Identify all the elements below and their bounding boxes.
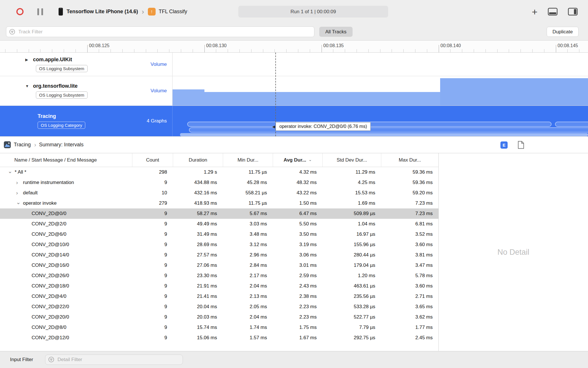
row-name-cell: ›runtime instrumentation — [0, 179, 132, 186]
row-name-cell: CONV_2D@18/0 — [0, 283, 132, 289]
track-filter-field — [6, 26, 314, 37]
table-row[interactable]: ⌄* All *2981.29 s11.75 µs4.32 ms11.29 ms… — [0, 167, 438, 177]
detail-panel: No Detail — [439, 153, 588, 351]
row-duration-cell: 20.03 ms — [173, 314, 223, 320]
table-row[interactable]: CONV_2D@8/0915.74 ms1.74 ms1.75 ms7.79 µ… — [0, 322, 438, 333]
row-duration-cell: 418.93 ms — [173, 200, 223, 206]
table-row[interactable]: ›default10432.16 ms558.21 µs43.22 ms15.5… — [0, 188, 438, 198]
table-row[interactable]: CONV_2D@0/0958.27 ms5.67 ms6.47 ms509.89… — [0, 208, 438, 219]
collapse-icon[interactable]: ⌄ — [16, 200, 23, 206]
table-row[interactable]: CONV_2D@12/0915.06 ms1.57 ms1.67 ms292.7… — [0, 333, 438, 343]
row-name-cell: ›default — [0, 190, 132, 196]
collapse-icon[interactable]: ⌄ — [8, 169, 15, 175]
row-duration-cell: 49.49 ms — [173, 221, 223, 227]
expand-icon[interactable]: › — [16, 190, 23, 196]
target-selector[interactable]: ↑ TFL Classify — [148, 8, 187, 16]
disclosure-expanded-icon[interactable]: ▼ — [25, 84, 33, 88]
tracing-instrument-icon[interactable] — [4, 141, 11, 148]
table-row[interactable]: CONV_2D@22/0920.04 ms2.05 ms2.23 ms533.2… — [0, 302, 438, 312]
table-row[interactable]: CONV_2D@20/0920.03 ms2.04 ms2.23 ms522.7… — [0, 312, 438, 322]
row-std-cell: 179.04 µs — [322, 262, 381, 268]
pause-button[interactable] — [37, 8, 43, 15]
row-std-cell: 11.29 ms — [322, 169, 381, 175]
document-icon[interactable] — [518, 141, 524, 149]
device-selector[interactable]: Tensorflow Lite iPhone (14.6) — [59, 8, 138, 16]
track-graph-uikit[interactable] — [173, 53, 588, 76]
ruler-tick-label: 00:08.135 — [323, 43, 344, 48]
record-button[interactable] — [16, 8, 24, 15]
column-header[interactable]: Name / Start Message / End Message — [0, 153, 132, 167]
expand-icon[interactable]: › — [16, 179, 23, 186]
table-row[interactable]: CONV_2D@16/0927.06 ms2.84 ms3.01 ms179.0… — [0, 260, 438, 271]
detail-filter-field — [45, 354, 183, 365]
duplicate-button[interactable]: Duplicate — [547, 27, 579, 37]
row-min-cell: 45.28 ms — [223, 180, 273, 185]
column-header[interactable]: Count — [132, 153, 173, 167]
add-instrument-button[interactable]: + — [532, 7, 537, 17]
track-meta: Volume — [150, 62, 167, 67]
track-meta: 4 Graphs — [147, 118, 167, 124]
row-min-cell: 5.67 ms — [223, 211, 273, 216]
run-status-text: Run 1 of 1 | 00:00:09 — [291, 9, 336, 15]
table-row[interactable]: ›runtime instrumentation9434.88 ms45.28 … — [0, 177, 438, 188]
track-row-uikit[interactable]: ▶ com.apple.UIKit OS Logging Subsystem V… — [0, 53, 588, 76]
row-std-cell: 533.28 µs — [322, 304, 381, 310]
table-row[interactable]: CONV_2D@18/0921.91 ms2.04 ms2.43 ms463.6… — [0, 281, 438, 291]
row-max-cell: 2.71 ms — [381, 294, 438, 299]
row-avg-cell: 3.19 ms — [273, 242, 322, 248]
row-std-cell: 235.56 µs — [322, 294, 381, 299]
column-header[interactable]: Std Dev Dur... — [322, 153, 381, 167]
ruler-tick-label: 00:08.125 — [89, 43, 109, 48]
row-max-cell: 59.36 ms — [381, 169, 438, 175]
row-count-cell: 9 — [132, 335, 173, 341]
row-avg-cell: 3.01 ms — [273, 262, 322, 268]
row-min-cell: 2.04 ms — [223, 283, 273, 289]
table-row[interactable]: CONV_2D@26/0923.30 ms2.17 ms2.59 ms1.20 … — [0, 271, 438, 281]
row-duration-cell: 432.16 ms — [173, 190, 223, 196]
column-header[interactable]: Min Dur... — [223, 153, 273, 167]
track-row-tracing-selected[interactable]: Tracing OS Logging Category 4 Graphs — [0, 106, 588, 136]
summary-table: Name / Start Message / End MessageCountD… — [0, 153, 439, 351]
column-header[interactable]: Avg Dur...⌄ — [273, 153, 322, 167]
row-max-cell: 3.81 ms — [381, 252, 438, 258]
column-header[interactable]: Duration — [173, 153, 223, 167]
editor-badge-button[interactable]: E — [500, 141, 508, 149]
row-min-cell: 558.21 µs — [223, 190, 273, 196]
breadcrumb-summary[interactable]: Summary: Intervals — [39, 142, 84, 148]
track-graph-volume[interactable] — [173, 76, 588, 106]
row-count-cell: 9 — [132, 180, 173, 185]
column-header[interactable]: Max Dur... — [381, 153, 438, 167]
track-graph-tracing[interactable] — [173, 106, 588, 136]
table-row[interactable]: CONV_2D@10/0928.69 ms3.12 ms3.19 ms155.9… — [0, 239, 438, 250]
row-max-cell: 3.47 ms — [381, 262, 438, 268]
no-detail-text: No Detail — [497, 248, 529, 257]
breadcrumb-tracing[interactable]: Tracing — [14, 142, 31, 148]
row-avg-cell: 5.50 ms — [273, 221, 322, 227]
track-header: Tracing OS Logging Category 4 Graphs — [0, 106, 173, 136]
row-name-cell: CONV_2D@6/0 — [0, 231, 132, 237]
all-tracks-button[interactable]: All Tracks — [319, 27, 353, 37]
table-row[interactable]: CONV_2D@4/0921.41 ms2.13 ms2.38 ms235.56… — [0, 291, 438, 302]
row-duration-cell: 15.06 ms — [173, 335, 223, 341]
row-duration-cell: 27.06 ms — [173, 262, 223, 268]
toggle-right-panel-button[interactable] — [568, 8, 578, 16]
row-avg-cell: 3.06 ms — [273, 252, 322, 258]
row-avg-cell: 1.50 ms — [273, 200, 322, 206]
row-count-cell: 9 — [132, 273, 173, 279]
ruler-tick-label: 00:08.145 — [558, 43, 578, 48]
table-row[interactable]: ⌄operator invoke279418.93 ms11.75 µs1.50… — [0, 198, 438, 208]
row-std-cell: 1.69 ms — [322, 200, 381, 206]
table-row[interactable]: CONV_2D@14/0927.57 ms2.96 ms3.06 ms280.4… — [0, 250, 438, 260]
sort-chevron-icon: ⌄ — [308, 157, 312, 162]
row-duration-cell: 23.30 ms — [173, 273, 223, 279]
detail-filter-input[interactable] — [45, 354, 183, 365]
toggle-bottom-panel-button[interactable] — [548, 8, 558, 16]
disclosure-collapsed-icon[interactable]: ▶ — [25, 57, 33, 62]
row-duration-cell: 1.29 s — [173, 169, 223, 175]
table-row[interactable]: CONV_2D@2/0949.49 ms3.03 ms5.50 ms1.04 m… — [0, 219, 438, 229]
track-row-tensorflow[interactable]: ▼ org.tensorflow.lite OS Logging Subsyst… — [0, 76, 588, 106]
row-min-cell: 3.48 ms — [223, 231, 273, 237]
track-filter-input[interactable] — [6, 26, 314, 37]
row-std-cell: 7.79 µs — [322, 325, 381, 330]
table-row[interactable]: CONV_2D@6/0931.49 ms3.48 ms3.50 ms16.97 … — [0, 229, 438, 239]
